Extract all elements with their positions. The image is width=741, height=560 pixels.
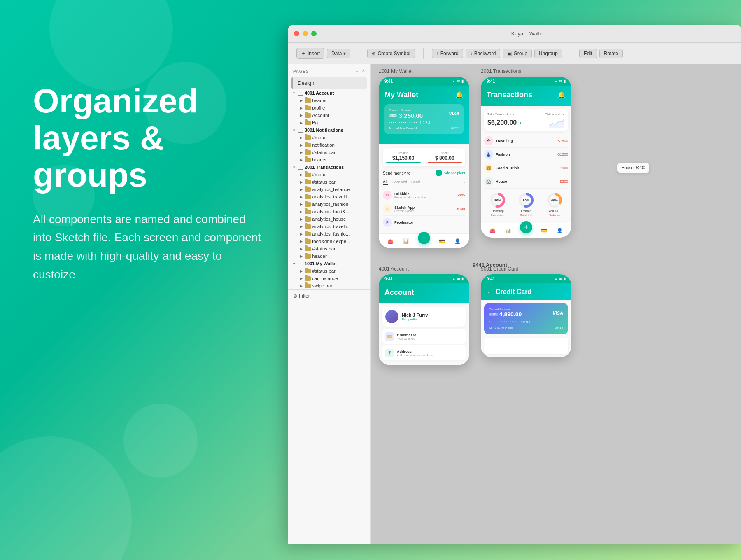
main-heading: Organized layers & groups [33, 82, 263, 194]
toggle-header1[interactable]: ▶ [299, 98, 304, 103]
bell-icon[interactable]: 🔔 [455, 91, 464, 99]
tab-send[interactable]: Send [411, 180, 420, 185]
nav-wallet-icon[interactable]: 👛 [489, 227, 496, 234]
group-button[interactable]: ▣ Group [503, 49, 531, 58]
layer-account[interactable]: ▶ Account [288, 112, 370, 119]
account-title: Account [384, 288, 414, 296]
nav-person-icon[interactable]: 👤 [454, 238, 461, 245]
nav-person-icon[interactable]: 👤 [556, 227, 563, 234]
layer-header3[interactable]: ▶ header [288, 252, 370, 260]
food-icon: 🍔 [484, 163, 493, 173]
screen-icon [298, 261, 303, 266]
bell-icon[interactable]: 🔔 [557, 91, 566, 99]
status-icons: ▲ ≋ ▮ [554, 277, 566, 281]
category-house: 🏠 House -$200 [484, 175, 568, 189]
trans-body: Total Transactions This month ∨ $6,200.0… [481, 106, 571, 223]
data-button[interactable]: Data ▾ [327, 49, 350, 58]
nav-fab-button[interactable]: + [418, 232, 430, 244]
layer-analytics-travelli2[interactable]: ▶ analytics_travelli... [288, 223, 370, 230]
layer-group-1001[interactable]: ▾ 1001 My Wallet [288, 260, 370, 267]
donut-chart-food: 60% [546, 192, 563, 208]
toggle-1001[interactable]: ▾ [291, 261, 296, 266]
add-recipient-button[interactable]: + Add recipient [436, 170, 465, 176]
wifi-icon: ≋ [457, 277, 460, 281]
toggle-bg[interactable]: ▶ [299, 120, 304, 125]
wallet-title: My Wallet [384, 91, 418, 99]
toggle-4001[interactable]: ▾ [291, 91, 296, 96]
canvas[interactable]: 1001 My Wallet 9:41 ▲ ≋ ▮ [370, 64, 741, 544]
layer-bg[interactable]: ▶ Bg [288, 119, 370, 126]
nav-wallet-icon[interactable]: 👛 [387, 238, 394, 245]
layer-analytics-fashio2[interactable]: ▶ analytics_fashio... [288, 230, 370, 238]
folder-icon [305, 232, 311, 236]
layer-header2[interactable]: ▶ header [288, 156, 370, 163]
layer-analytics-house[interactable]: ▶ analytics_house [288, 215, 370, 223]
toggle-3001[interactable]: ▾ [291, 128, 296, 133]
layer-group-2001[interactable]: ▾ 2001 Transactions [288, 163, 370, 171]
create-symbol-button[interactable]: ⊕ Create Symbol [367, 49, 415, 58]
layer-menu2[interactable]: ▶ #menu [288, 171, 370, 178]
folder-icon [305, 239, 311, 244]
donut-travelling: 80% Travelling Over budget [484, 192, 511, 216]
nav-chart-icon[interactable]: 📊 [402, 238, 410, 245]
wallet-label: 1001 My Wallet [379, 68, 469, 74]
edit-button[interactable]: Edit [579, 49, 597, 58]
status-time: 9:41 [487, 79, 495, 84]
toggle-profile[interactable]: ▶ [299, 105, 304, 110]
nav-chart-icon[interactable]: 📊 [504, 227, 512, 234]
trans-amount-sketch: -$135 [456, 207, 465, 211]
status-icons: ▲ ≋ ▮ [452, 277, 464, 281]
layer-profile[interactable]: ▶ profile [288, 104, 370, 112]
backward-button[interactable]: ↓ Backward [466, 49, 501, 58]
transactions-screen-container: 2001 Transactions 9:41 ▲ ≋ ▮ [481, 68, 571, 248]
layer-analytics-balance[interactable]: ▶ analytics_balance [288, 186, 370, 193]
design-page[interactable]: Design [291, 77, 367, 89]
account-status-bar: 9:41 ▲ ≋ ▮ [379, 274, 469, 283]
layer-group-3001[interactable]: ▾ 3001 Notifications [288, 126, 370, 134]
ungroup-button[interactable]: Ungroup [534, 49, 562, 58]
income-stat: Income $1,150.00 [386, 152, 421, 163]
folder-icon [305, 98, 311, 103]
nav-fab-button[interactable]: + [520, 221, 532, 233]
minimize-button[interactable] [303, 31, 308, 36]
trans-header: Transactions 🔔 [481, 86, 571, 106]
add-page-button[interactable]: ＋ [355, 68, 359, 74]
layer-status2[interactable]: ▶ #status bar [288, 178, 370, 186]
toggle-2001[interactable]: ▾ [291, 165, 296, 170]
forward-icon: ↑ [436, 51, 439, 56]
layer-group-4001[interactable]: ▾ 4001 Account [288, 89, 370, 97]
status-time: 9:41 [384, 79, 393, 84]
signal-icon: ▲ [554, 79, 558, 83]
layer-status1[interactable]: ▶ #status bar [288, 149, 370, 156]
travelling-icon: ✈ [484, 136, 493, 145]
layer-analytics-food[interactable]: ▶ analytics_food&... [288, 208, 370, 215]
layer-status3[interactable]: ▶ #status bar [288, 245, 370, 252]
layer-fooddrink[interactable]: ▶ food&drink expe... [288, 238, 370, 245]
rotate-button[interactable]: Rotate [599, 49, 623, 58]
close-button[interactable] [294, 31, 299, 36]
nav-card-icon[interactable]: 💳 [541, 227, 548, 234]
insert-button[interactable]: ＋ Insert [296, 48, 324, 59]
layer-menu1[interactable]: ▶ #menu [288, 134, 370, 141]
credit-amount: 4,890.00 [499, 311, 522, 317]
layer-status4[interactable]: ▶ #status bar [288, 267, 370, 275]
layer-analytics-travelli[interactable]: ▶ analytics_travelli... [288, 193, 370, 201]
account-item-credit: 💳 Credit card 4 Cards linked [382, 329, 466, 344]
tab-all[interactable]: All [383, 180, 388, 185]
donut-chart-travelling: 80% [489, 192, 506, 208]
toggle-account[interactable]: ▶ [299, 113, 304, 118]
fullscreen-button[interactable] [311, 31, 317, 36]
layer-header1[interactable]: ▶ header [288, 97, 370, 104]
layer-analytics-fashion[interactable]: ▶ analytics_fashion [288, 201, 370, 208]
layer-cart-balance[interactable]: ▶ cart balance [288, 275, 370, 282]
tab-received[interactable]: Received [392, 180, 408, 185]
layer-swipe-bar[interactable]: ▶ swipe bar [288, 282, 370, 289]
edit-profile-link[interactable]: Edit profile [402, 317, 428, 321]
forward-button[interactable]: ↑ Forward [432, 49, 463, 58]
back-button[interactable]: ← [487, 289, 492, 295]
nav-card-icon[interactable]: 💳 [438, 238, 446, 245]
mac-window: Kaya – Wallet ＋ Insert Data ▾ ⊕ Create S… [288, 25, 741, 544]
layer-notification[interactable]: ▶ notification [288, 141, 370, 149]
filter-bar[interactable]: ⊛ Filter [288, 289, 370, 302]
screen-icon [298, 128, 303, 133]
